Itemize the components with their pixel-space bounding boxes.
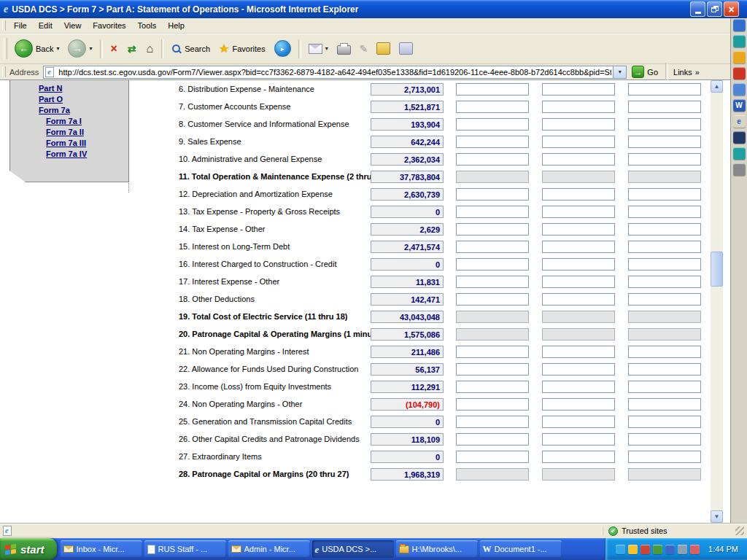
shortcut-icon-9[interactable] <box>733 147 746 160</box>
row-input[interactable] <box>628 188 701 201</box>
taskbar-task-document1[interactable]: WDocument1 -... <box>480 540 562 558</box>
row-input[interactable] <box>456 416 529 428</box>
scroll-up-button[interactable]: ▲ <box>711 80 723 93</box>
tray-icon-3[interactable] <box>640 545 650 554</box>
shortcut-icon-2[interactable] <box>733 35 746 47</box>
row-input[interactable] <box>456 136 529 148</box>
shortcut-icon-4[interactable] <box>733 67 746 79</box>
row-input[interactable] <box>628 83 701 96</box>
address-input[interactable] <box>43 66 627 79</box>
row-input[interactable] <box>628 346 701 358</box>
row-input[interactable] <box>628 363 701 376</box>
row-input[interactable] <box>456 276 529 288</box>
row-input[interactable] <box>456 363 529 376</box>
row-input[interactable] <box>456 258 529 271</box>
scroll-down-button[interactable]: ▼ <box>711 510 723 523</box>
row-input[interactable] <box>628 433 701 446</box>
discuss-button[interactable] <box>373 40 394 57</box>
row-input[interactable] <box>456 398 529 411</box>
row-input[interactable] <box>456 293 529 306</box>
mail-dropdown-icon[interactable]: ▾ <box>325 45 328 52</box>
row-input[interactable] <box>542 276 615 288</box>
taskbar-task-inbox-micr[interactable]: Inbox - Micr... <box>61 540 142 558</box>
row-input[interactable] <box>542 206 615 218</box>
media-button[interactable]: ▸ <box>271 38 295 59</box>
forward-button[interactable]: → ▾ <box>64 37 96 60</box>
shortcut-icon-7[interactable]: e <box>733 115 746 128</box>
row-input[interactable] <box>628 381 701 393</box>
restore-button[interactable] <box>707 1 722 17</box>
row-input[interactable] <box>628 451 701 463</box>
row-input[interactable] <box>628 276 701 288</box>
row-input[interactable] <box>456 381 529 393</box>
row-input[interactable] <box>542 223 615 236</box>
go-button[interactable]: → Go <box>627 66 663 78</box>
title-bar[interactable]: e USDA DCS > Form 7 > Part A: Statement … <box>0 0 747 18</box>
row-input[interactable] <box>542 118 615 131</box>
scroll-thumb[interactable] <box>711 252 723 287</box>
stop-button[interactable]: × <box>107 42 122 55</box>
row-input[interactable] <box>542 416 615 428</box>
row-input[interactable] <box>456 188 529 201</box>
row-input[interactable] <box>542 346 615 358</box>
row-input[interactable] <box>456 153 529 166</box>
taskbar-task-rus-staff[interactable]: RUS Staff - ... <box>144 540 226 558</box>
shortcut-icon-3[interactable] <box>733 51 746 63</box>
row-input[interactable] <box>456 101 529 113</box>
row-input[interactable] <box>628 416 701 428</box>
shortcut-icon-1[interactable] <box>733 19 746 31</box>
row-input[interactable] <box>542 398 615 411</box>
home-button[interactable]: ⌂ <box>142 42 158 55</box>
taskbar-task-admin-micr[interactable]: Admin - Micr... <box>228 540 310 558</box>
shortcut-icon-6[interactable]: W <box>733 99 746 112</box>
row-input[interactable] <box>542 433 615 446</box>
tray-icon-7[interactable] <box>690 545 700 554</box>
print-button[interactable] <box>333 40 355 57</box>
row-input[interactable] <box>456 241 529 253</box>
back-button[interactable]: ← Back ▾ <box>11 37 63 60</box>
row-input[interactable] <box>542 83 615 96</box>
menu-favorites[interactable]: Favorites <box>87 19 131 32</box>
row-input[interactable] <box>542 451 615 463</box>
search-button[interactable]: Search <box>168 42 214 56</box>
start-button[interactable]: start <box>0 538 57 560</box>
forward-dropdown-icon[interactable]: ▾ <box>89 45 92 52</box>
mail-button[interactable]: ▾ <box>305 42 332 56</box>
close-button[interactable]: × <box>724 1 739 17</box>
taskbar-task-usda-dcs[interactable]: eUSDA DCS >... <box>312 540 394 558</box>
row-input[interactable] <box>542 293 615 306</box>
row-input[interactable] <box>542 101 615 113</box>
row-input[interactable] <box>542 136 615 148</box>
menu-view[interactable]: View <box>58 19 88 32</box>
row-input[interactable] <box>542 153 615 166</box>
minimize-button[interactable] <box>690 1 705 17</box>
row-input[interactable] <box>456 346 529 358</box>
vertical-scrollbar[interactable]: ▲ ▼ <box>711 80 723 523</box>
row-input[interactable] <box>628 206 701 218</box>
links-button[interactable]: Links » <box>670 68 703 77</box>
row-input[interactable] <box>542 363 615 376</box>
refresh-button[interactable]: ⇄ <box>123 43 141 55</box>
address-dropdown-button[interactable]: ▾ <box>613 66 626 78</box>
tray-icon-6[interactable] <box>678 545 687 554</box>
row-input[interactable] <box>542 188 615 201</box>
row-input[interactable] <box>628 223 701 236</box>
row-input[interactable] <box>628 293 701 306</box>
taskbar-task-h-mbrooks[interactable]: H:\Mbrooks\... <box>396 540 478 558</box>
row-input[interactable] <box>628 136 701 148</box>
row-input[interactable] <box>542 241 615 253</box>
favorites-button[interactable]: ★ Favorites <box>215 39 269 58</box>
shortcut-icon-5[interactable] <box>733 83 746 96</box>
row-input[interactable] <box>456 118 529 131</box>
row-input[interactable] <box>628 153 701 166</box>
row-input[interactable] <box>628 101 701 113</box>
shortcut-icon-10[interactable] <box>733 163 746 176</box>
back-dropdown-icon[interactable]: ▾ <box>56 45 59 52</box>
edit-button[interactable]: ✎ <box>356 43 372 55</box>
menu-edit[interactable]: Edit <box>33 19 58 32</box>
row-input[interactable] <box>456 451 529 463</box>
row-input[interactable] <box>456 83 529 96</box>
row-input[interactable] <box>456 433 529 446</box>
row-input[interactable] <box>542 258 615 271</box>
tray-icon-4[interactable] <box>653 545 662 554</box>
